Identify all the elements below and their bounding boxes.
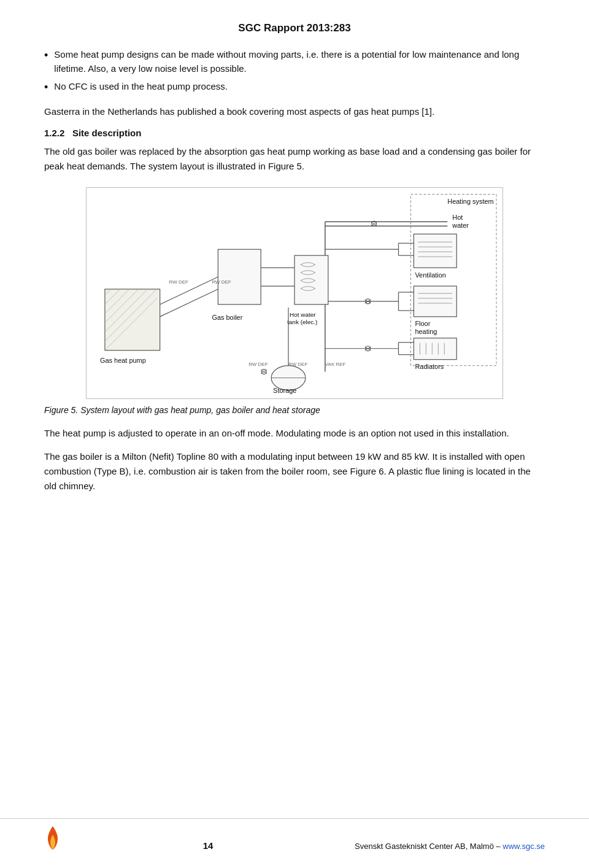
svg-text:VAK REF: VAK REF <box>325 362 346 367</box>
svg-text:Storage: Storage <box>273 387 296 395</box>
svg-text:RW DEF: RW DEF <box>288 362 307 367</box>
svg-rect-10 <box>414 234 456 268</box>
svg-text:Gas boiler: Gas boiler <box>212 314 242 321</box>
after-figure-para-2: The gas boiler is a Milton (Nefit) Topli… <box>44 449 545 494</box>
footer-website-link[interactable]: www.sgc.se <box>502 842 545 851</box>
svg-text:RW DEF: RW DEF <box>248 362 268 367</box>
section-heading: 1.2.2 Site description <box>44 128 545 138</box>
svg-text:Ventilation: Ventilation <box>415 271 446 279</box>
svg-rect-52 <box>105 289 160 351</box>
svg-rect-20 <box>414 286 456 317</box>
bullet-item-2: No CFC is used in the heat pump process. <box>44 80 545 96</box>
footer: 14 Svenskt Gastekniskt Center AB, Malmö … <box>0 818 589 851</box>
intro-paragraph: Gasterra in the Netherlands has publishe… <box>44 104 545 119</box>
section-body: The old gas boiler was replaced by the a… <box>44 144 545 174</box>
svg-text:heating: heating <box>415 328 437 335</box>
svg-text:water: water <box>452 222 469 229</box>
svg-text:Radiators: Radiators <box>415 363 444 370</box>
after-figure-para-1: The heat pump is adjusted to operate in … <box>44 426 545 441</box>
svg-text:Heating system: Heating system <box>447 198 494 205</box>
page: SGC Rapport 2013:283 Some heat pump desi… <box>0 0 589 868</box>
page-title: SGC Rapport 2013:283 <box>44 22 545 34</box>
bullet-item-1: Some heat pump designs can be made witho… <box>44 48 545 76</box>
svg-rect-33 <box>414 338 456 360</box>
svg-text:RW DEF: RW DEF <box>212 279 231 285</box>
diagram-svg: Heating system Hot water Ventilation <box>87 188 502 397</box>
flame-icon <box>44 825 61 851</box>
svg-text:Gas heat pump: Gas heat pump <box>100 357 146 364</box>
figure-diagram: Heating system Hot water Ventilation <box>86 187 503 399</box>
svg-text:Hot: Hot <box>452 214 463 221</box>
svg-line-62 <box>160 289 218 317</box>
figure-caption: Figure 5. System layout with gas heat pu… <box>44 405 545 415</box>
svg-text:Floor: Floor <box>415 320 430 327</box>
bullet-list: Some heat pump designs can be made witho… <box>44 48 545 96</box>
svg-text:tank (elec.): tank (elec.) <box>287 319 317 325</box>
svg-text:RW DEF: RW DEF <box>169 279 188 285</box>
svg-text:Hot water: Hot water <box>290 311 316 318</box>
footer-page-number: 14 <box>203 840 214 851</box>
footer-company: Svenskt Gastekniskt Center AB, Malmö – w… <box>355 842 545 851</box>
svg-rect-50 <box>218 249 261 304</box>
